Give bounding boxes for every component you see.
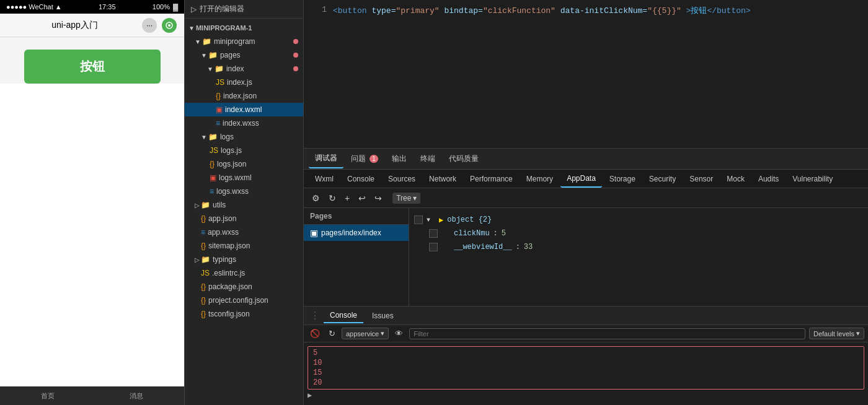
devtools-top-tabs: 调试器 问题 1 输出 终端 代码质量 (304, 149, 868, 170)
file-logs-wxss[interactable]: ≡ logs.wxss (185, 185, 303, 198)
phone-footer: 首页 消息 (0, 386, 184, 405)
line-number: 1 (311, 5, 327, 143)
expand-arrow[interactable]: ▼ (427, 217, 435, 224)
devtools-panel: 1 <button type="primary" bindtap="clickF… (304, 0, 868, 405)
tab-issues[interactable]: 问题 1 (345, 150, 384, 168)
tab-security[interactable]: Security (643, 171, 682, 187)
file-logs-js[interactable]: JS logs.js (185, 144, 303, 157)
tab-code-quality[interactable]: 代码质量 (443, 150, 485, 168)
source-selector[interactable]: appservice ▾ (342, 328, 389, 339)
footer-home: 首页 (41, 391, 55, 401)
field-checkbox-1[interactable] (429, 229, 438, 238)
source-label: appservice (346, 330, 379, 338)
appdata-content: Pages ▣ pages/index/index ▼ ▶ object {2}… (304, 208, 868, 306)
svg-point-1 (168, 24, 170, 27)
project-root[interactable]: ▼ MINIPROGRAM-1 (185, 21, 303, 35)
tree-selector[interactable]: Tree ▾ (392, 193, 420, 204)
redo-button[interactable]: ↪ (371, 191, 385, 205)
console-tab-bar: ⋮ Console Issues (304, 307, 868, 325)
refresh-button[interactable]: ↻ (326, 191, 339, 205)
tab-mock[interactable]: Mock (720, 171, 751, 187)
console-output: 5 10 15 20 ▶ (304, 342, 868, 405)
tab-vulnerability[interactable]: Vulnerability (786, 171, 839, 187)
tab-appdata[interactable]: AppData (560, 170, 602, 188)
file-eslintrc[interactable]: JS .eslintrc.js (185, 266, 303, 280)
folder-index[interactable]: ▼ 📁 index (185, 62, 303, 76)
folder-utils[interactable]: ▷ 📁 utils (185, 198, 303, 212)
console-section: ⋮ Console Issues 🚫 ↻ appservice ▾ 👁 Defa… (304, 306, 868, 405)
eye-icon[interactable]: 👁 (392, 328, 405, 339)
battery-level: 100% (153, 3, 170, 11)
levels-label: Default levels (813, 330, 854, 338)
devtools-inner-tabs: Wxml Console Sources Network Performance… (304, 170, 868, 188)
dropdown-arrow-icon: ▾ (381, 329, 384, 338)
tab-console[interactable]: Console (341, 171, 381, 187)
pages-header: Pages (304, 208, 409, 225)
open-editors-label[interactable]: ▷ 打开的编辑器 (185, 0, 303, 19)
appdata-toolbar: ⚙ ↻ + ↩ ↪ Tree ▾ (304, 188, 868, 208)
demo-button[interactable]: 按钮 (24, 50, 161, 84)
code-editor: 1 <button type="primary" bindtap="clickF… (304, 0, 868, 149)
folder-miniprogram[interactable]: ▼ 📁 miniprogram (185, 35, 303, 48)
phone-menu-icon[interactable]: ··· (142, 18, 157, 33)
page-path: pages/index/index (321, 229, 381, 237)
file-index-wxss[interactable]: ≡ index.wxss (185, 116, 303, 130)
add-button[interactable]: + (342, 191, 353, 205)
console-output-group: 5 10 15 20 (308, 346, 864, 390)
tab-network[interactable]: Network (423, 171, 463, 187)
tab-wxml[interactable]: Wxml (309, 171, 340, 187)
console-clear-btn[interactable]: 🚫 (308, 328, 322, 339)
file-tsconfig[interactable]: {} tsconfig.json (185, 307, 303, 321)
data-root-row: ▼ ▶ object {2} (409, 213, 868, 227)
footer-messages: 消息 (130, 391, 143, 401)
folder-typings[interactable]: ▷ 📁 typings (185, 253, 303, 266)
phone-camera-icon[interactable] (162, 18, 177, 33)
default-levels-selector[interactable]: Default levels ▾ (809, 328, 864, 339)
tab-sensor[interactable]: Sensor (683, 171, 719, 187)
file-index-json[interactable]: {} index.json (185, 89, 303, 103)
field-checkbox-2[interactable] (429, 243, 438, 251)
tree-label: Tree (396, 194, 411, 202)
data-field-clicknmu: clickNmu : 5 (409, 227, 868, 240)
file-logs-wxml[interactable]: ▣ logs.wxml (185, 171, 303, 185)
file-index-wxml[interactable]: ▣ index.wxml (185, 103, 303, 116)
tab-memory[interactable]: Memory (520, 171, 559, 187)
tab-terminal[interactable]: 终端 (414, 150, 441, 168)
page-icon: ▣ (310, 228, 318, 238)
expand-checkbox[interactable] (414, 216, 423, 224)
tab-debugger[interactable]: 调试器 (309, 149, 343, 168)
folder-logs[interactable]: ▼ 📁 logs (185, 130, 303, 144)
console-filter-input[interactable] (409, 328, 805, 339)
settings-icon[interactable]: ⚙ (309, 191, 323, 205)
tab-performance[interactable]: Performance (464, 171, 519, 187)
chevron-right-icon: ▷ (191, 5, 197, 14)
phone-header: uni-app入门 ··· (0, 14, 184, 37)
phone-white-area (0, 84, 184, 386)
file-package-json[interactable]: {} package.json (185, 280, 303, 294)
page-item-index[interactable]: ▣ pages/index/index (304, 225, 409, 241)
tab-output[interactable]: 输出 (386, 150, 413, 168)
wechat-label: WeChat (29, 3, 53, 11)
phone-content-area: 按钮 (0, 37, 184, 386)
console-cursor[interactable]: ▶ (304, 391, 868, 400)
file-app-json[interactable]: {} app.json (185, 212, 303, 225)
file-logs-json[interactable]: {} logs.json (185, 157, 303, 171)
folder-pages[interactable]: ▼ 📁 pages (185, 48, 303, 62)
drag-handle-icon: ⋮ (309, 310, 321, 321)
console-toggle-btn[interactable]: ↻ (326, 328, 338, 339)
file-app-wxss[interactable]: ≡ app.wxss (185, 225, 303, 239)
tab-issues-bottom[interactable]: Issues (366, 309, 400, 323)
data-view: ▼ ▶ object {2} clickNmu : 5 __webviewId_… (409, 208, 868, 306)
file-sitemap-json[interactable]: {} sitemap.json (185, 239, 303, 253)
undo-button[interactable]: ↩ (355, 191, 369, 205)
tab-audits[interactable]: Audits (752, 171, 785, 187)
chevron-down-icon: ▾ (413, 194, 417, 202)
tab-console-bottom[interactable]: Console (324, 308, 363, 323)
phone-status-bar: ●●●●● WeChat ▲ 17:35 100% ▓ (0, 0, 184, 14)
tab-sources[interactable]: Sources (382, 171, 422, 187)
file-project-config[interactable]: {} project.config.json (185, 294, 303, 307)
phone-panel: ●●●●● WeChat ▲ 17:35 100% ▓ uni-app入门 ··… (0, 0, 185, 405)
file-index-js[interactable]: JS index.js (185, 76, 303, 89)
tab-storage[interactable]: Storage (603, 171, 642, 187)
console-toolbar: 🚫 ↻ appservice ▾ 👁 Default levels ▾ (304, 325, 868, 342)
